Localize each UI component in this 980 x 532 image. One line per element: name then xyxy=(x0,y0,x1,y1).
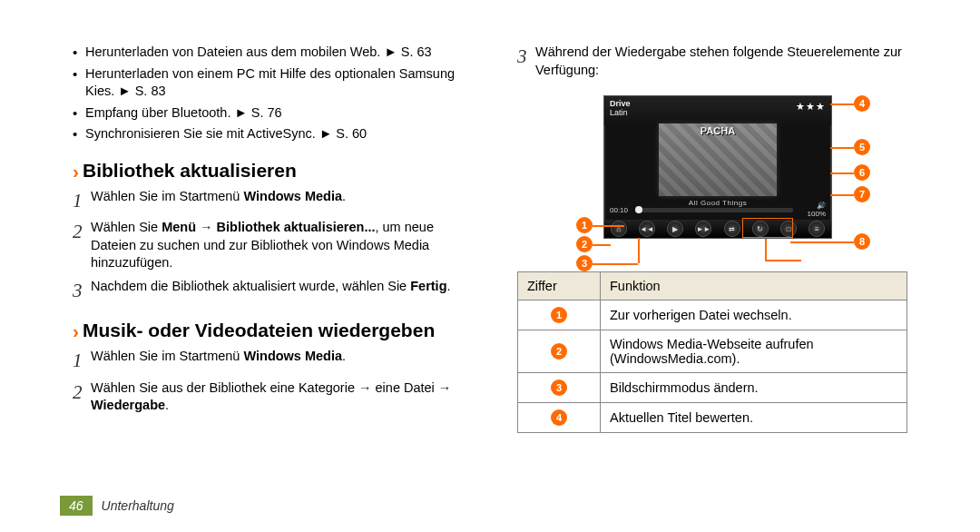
callout-badge-4: 4 xyxy=(854,95,870,112)
table-row: 3 Bildschirmmodus ändern. xyxy=(518,373,907,403)
function-cell: Aktuellen Titel bewerten. xyxy=(601,403,907,433)
bullet-item: Empfang über Bluetooth. ► S. 76 xyxy=(73,104,472,123)
callout-leader xyxy=(593,263,638,265)
callout-badge-8: 8 xyxy=(854,233,870,250)
player-screenshot-wrap: Drive Latin ★★★ PACHA All Good Things 00… xyxy=(549,88,876,261)
step-number: 2 xyxy=(73,219,91,272)
table-row: 1 Zur vorherigen Datei wechseln. xyxy=(518,300,907,330)
track-title-line: Drive xyxy=(610,100,826,109)
callout-leader xyxy=(765,260,801,261)
bullet-text: Empfang über Bluetooth. ► xyxy=(85,105,251,120)
volume-label[interactable]: 100% xyxy=(797,202,826,218)
progress-row: 00:10 100% xyxy=(610,202,826,218)
callout-leader xyxy=(830,172,854,174)
callout-badge: 3 xyxy=(551,379,567,396)
player-screenshot: Drive Latin ★★★ PACHA All Good Things 00… xyxy=(603,95,832,239)
step-body: Während der Wiedergabe stehen folgende S… xyxy=(535,44,907,79)
step: 2 Wählen Sie aus der Bibliothek eine Kat… xyxy=(73,379,472,415)
callout-leader xyxy=(765,239,767,261)
callout-badge-7: 7 xyxy=(854,186,870,202)
callout-leader xyxy=(830,147,854,149)
bullet-text: Herunterladen von Dateien aus dem mobile… xyxy=(85,44,401,59)
callout-badge: 2 xyxy=(551,343,567,360)
album-art: PACHA xyxy=(659,123,777,196)
player-topbar: Drive Latin ★★★ xyxy=(604,96,831,125)
step: 1 Wählen Sie im Startmenü Windows Media. xyxy=(73,188,472,213)
bullet-text: Synchronisieren Sie sie mit ActiveSync. … xyxy=(85,126,336,141)
callout-leader xyxy=(830,103,854,105)
step: 3 Nachdem die Bibliothek aktualisiert wu… xyxy=(73,278,472,303)
player-controls: ⌂ ◄◄ ▶ ►► ⇄ ↻ □ ≡ xyxy=(604,220,831,238)
function-cell: Bildschirmmodus ändern. xyxy=(601,373,907,403)
home-icon[interactable]: ⌂ xyxy=(611,221,627,237)
play-icon[interactable]: ▶ xyxy=(667,221,683,237)
chevron-icon: › xyxy=(73,161,79,182)
prev-track-icon[interactable]: ◄◄ xyxy=(639,221,655,237)
intro-bullets: Herunterladen von Dateien aus dem mobile… xyxy=(73,44,472,143)
callout-leader xyxy=(593,225,624,227)
star-rating-icon[interactable]: ★★★ xyxy=(796,101,826,112)
step-number: 1 xyxy=(73,188,91,213)
step-number: 3 xyxy=(73,278,91,303)
heading-play-files: ›Musik- oder Videodateien wiedergeben xyxy=(73,320,472,342)
step: 2 Wählen Sie Menü → Bibliothek aktualisi… xyxy=(73,219,472,272)
table-row: 2 Windows Media-Webseite aufrufen (Windo… xyxy=(518,330,907,373)
functions-table: Ziffer Funktion 1 Zur vorherigen Datei w… xyxy=(517,271,907,433)
callout-badge: 4 xyxy=(551,409,567,426)
step-body: Wählen Sie aus der Bibliothek eine Kateg… xyxy=(91,379,472,415)
callout-leader xyxy=(593,244,611,246)
page-footer: 46 Unterhaltung xyxy=(60,496,174,516)
callout-leader xyxy=(830,194,854,196)
track-artist-line: Latin xyxy=(610,109,826,118)
bullet-item: Herunterladen von einem PC mit Hilfe des… xyxy=(73,65,472,101)
shuffle-icon[interactable]: ⇄ xyxy=(724,221,740,237)
step-body: Wählen Sie im Startmenü Windows Media. xyxy=(91,348,472,373)
page-number: 46 xyxy=(60,496,93,516)
step-body: Nachdem die Bibliothek aktualisiert wurd… xyxy=(91,278,472,303)
progress-bar[interactable] xyxy=(637,208,793,212)
function-cell: Zur vorherigen Datei wechseln. xyxy=(601,300,907,330)
repeat-icon[interactable]: ↻ xyxy=(752,221,769,237)
page-ref: S. 60 xyxy=(336,126,367,141)
callout-badge-3: 3 xyxy=(576,255,593,271)
step-number: 2 xyxy=(73,379,91,415)
page-ref: S. 63 xyxy=(401,44,432,59)
step-number: 1 xyxy=(73,348,91,373)
menu-icon[interactable]: ≡ xyxy=(808,221,825,237)
callout-leader xyxy=(790,241,854,243)
bullet-item: Herunterladen von Dateien aus dem mobile… xyxy=(73,44,472,62)
chevron-icon: › xyxy=(73,320,79,342)
callout-badge-2: 2 xyxy=(576,236,593,252)
step: 3 Während der Wiedergabe stehen folgende… xyxy=(517,44,907,79)
step-body: Wählen Sie Menü → Bibliothek aktualisier… xyxy=(91,219,472,272)
callout-badge-5: 5 xyxy=(854,139,870,155)
elapsed-time: 00:10 xyxy=(610,206,633,214)
next-track-icon[interactable]: ►► xyxy=(695,221,711,237)
step-body: Wählen Sie im Startmenü Windows Media. xyxy=(91,188,472,213)
step-number: 3 xyxy=(517,44,535,79)
table-row: 4 Aktuellen Titel bewerten. xyxy=(518,403,907,433)
fullscreen-icon[interactable]: □ xyxy=(780,221,797,237)
function-cell: Windows Media-Webseite aufrufen (Windows… xyxy=(601,330,907,373)
callout-badge-6: 6 xyxy=(854,164,870,181)
album-brand: PACHA xyxy=(662,125,773,136)
table-header-funktion: Funktion xyxy=(601,272,907,300)
callout-leader xyxy=(638,238,640,263)
callout-badge-1: 1 xyxy=(576,217,593,233)
table-header-ziffer: Ziffer xyxy=(518,272,601,300)
heading-update-library: ›Bibliothek aktualisieren xyxy=(73,160,472,182)
page-ref: S. 83 xyxy=(135,84,166,98)
callout-badge: 1 xyxy=(551,307,567,323)
page-ref: S. 76 xyxy=(251,105,282,120)
section-name: Unterhaltung xyxy=(102,498,174,513)
bullet-item: Synchronisieren Sie sie mit ActiveSync. … xyxy=(73,125,472,143)
step: 1 Wählen Sie im Startmenü Windows Media. xyxy=(73,348,472,373)
